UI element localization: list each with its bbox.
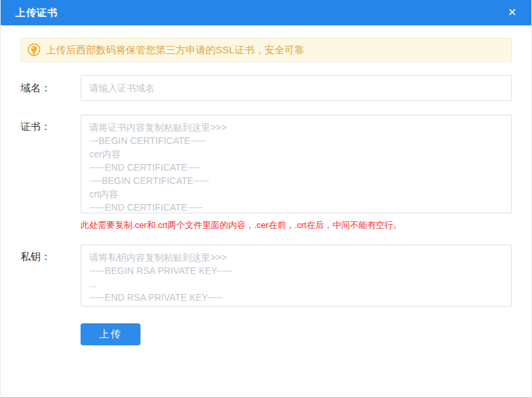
notice-text: 上传后西部数码将保管您第三方申请的SSL证书，安全可靠 (46, 44, 304, 57)
certificate-textarea[interactable] (81, 115, 512, 213)
private-key-row: 私钥： (21, 245, 512, 307)
private-key-label: 私钥： (21, 245, 81, 263)
dialog-body: 上传后西部数码将保管您第三方申请的SSL证书，安全可靠 域名： 证书： 此处需要… (1, 38, 531, 345)
close-icon[interactable]: ✕ (508, 7, 517, 18)
domain-row: 域名： (21, 75, 512, 101)
domain-label: 域名： (21, 82, 81, 95)
upload-certificate-dialog: 上传证书 ✕ 上传后西部数码将保管您第三方申请的SSL证书，安全可靠 域名： (0, 0, 532, 398)
dialog-titlebar: 上传证书 ✕ (1, 0, 531, 25)
domain-input[interactable] (81, 75, 512, 101)
certificate-label: 证书： (21, 115, 81, 133)
lightbulb-icon (27, 43, 41, 57)
certificate-hint: 此处需要复制.cer和.crt两个文件里面的内容，.cer在前，.crt在后，中… (81, 219, 512, 231)
upload-button[interactable]: 上传 (81, 323, 140, 345)
certificate-row: 证书： (21, 115, 512, 213)
dialog-title: 上传证书 (15, 7, 58, 19)
notice-banner: 上传后西部数码将保管您第三方申请的SSL证书，安全可靠 (21, 38, 512, 62)
private-key-textarea[interactable] (81, 245, 512, 307)
